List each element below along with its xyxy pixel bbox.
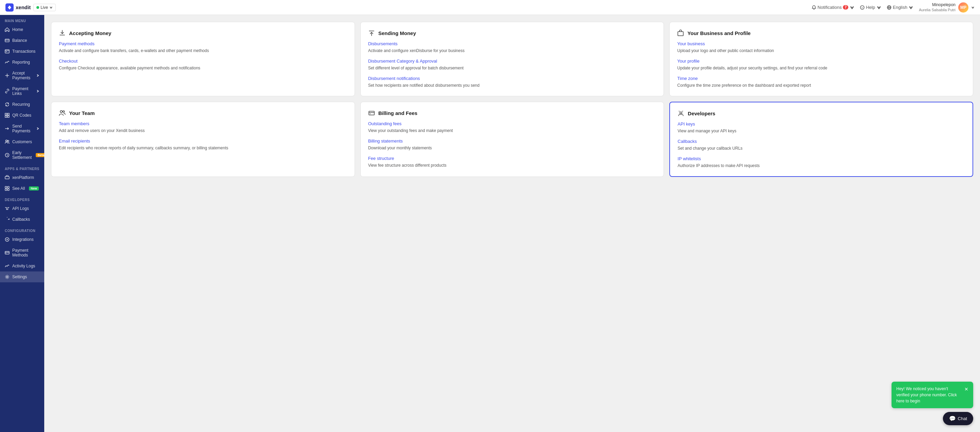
reporting-icon <box>5 60 10 65</box>
disbursement-notifications-link[interactable]: Disbursement notifications <box>368 76 656 81</box>
chevron-right-icon <box>36 74 40 77</box>
time-zone-link[interactable]: Time zone <box>677 76 966 81</box>
billing-statements-link[interactable]: Billing statements <box>368 138 656 143</box>
qr-icon <box>5 113 10 118</box>
developers-icon <box>678 110 684 117</box>
topnav: xendit Live Notifications 7 ? Help Engli… <box>0 0 980 15</box>
sidebar-item-label: xenPlatform <box>12 175 34 180</box>
notifications-label: Notifications <box>818 5 842 10</box>
team-icon <box>59 110 66 116</box>
customers-icon <box>5 140 10 144</box>
sidebar-item-early-settlement[interactable]: Early Settlement Beta <box>0 147 44 163</box>
payment-methods-link[interactable]: Payment methods <box>59 41 347 46</box>
disbursements-link[interactable]: Disbursements <box>368 41 656 46</box>
sidebar-item-label: Integrations <box>12 237 34 242</box>
sidebar-item-label: Balance <box>12 38 27 43</box>
chat-label: Chat <box>958 416 967 421</box>
svg-point-32 <box>370 114 371 114</box>
sidebar-item-transactions[interactable]: Transactions <box>0 46 44 57</box>
payment-methods-icon <box>5 250 10 255</box>
language-button[interactable]: English <box>887 5 914 10</box>
sidebar-item-settings[interactable]: Settings <box>0 272 44 282</box>
sidebar-item-recurring[interactable]: Recurring <box>0 99 44 110</box>
disbursement-category-link[interactable]: Disbursement Category & Approval <box>368 59 656 64</box>
activity-logs-icon <box>5 264 10 268</box>
notifications-count: 7 <box>843 5 848 10</box>
sidebar-item-label: API Logs <box>12 206 29 211</box>
sidebar-item-customers[interactable]: Customers <box>0 137 44 147</box>
card-developers: Developers API keys View and manage your… <box>669 102 973 177</box>
layout: MAIN MENU Home Balance Transactions Repo… <box>0 15 980 432</box>
download-icon <box>59 30 66 37</box>
payment-links-icon <box>5 89 10 94</box>
fee-structure-link[interactable]: Fee structure <box>368 156 656 161</box>
your-business-link[interactable]: Your business <box>677 41 966 46</box>
logo-icon <box>5 3 14 11</box>
card-title: Developers <box>688 111 715 116</box>
sidebar-item-api-logs[interactable]: API Logs <box>0 203 44 214</box>
card-accepting-money: Accepting Money Payment methods Activate… <box>51 22 355 96</box>
svg-rect-27 <box>678 32 683 36</box>
card-header: Billing and Fees <box>368 110 656 116</box>
sidebar-item-qr-codes[interactable]: QR Codes <box>0 110 44 121</box>
user-name: Minopelepon <box>919 2 956 8</box>
svg-rect-23 <box>5 251 9 254</box>
configuration-label: CONFIGURATION <box>0 225 44 234</box>
card-section: Email recipients Edit recipients who rec… <box>59 138 347 151</box>
svg-rect-10 <box>5 113 7 115</box>
card-section-api-keys: API keys View and manage your API keys <box>678 121 965 134</box>
logo[interactable]: xendit <box>5 3 30 11</box>
sidebar-item-label: Transactions <box>12 49 35 54</box>
notifications-button[interactable]: Notifications 7 <box>811 5 854 10</box>
svg-point-15 <box>8 140 9 142</box>
sidebar-item-label: QR Codes <box>12 113 31 118</box>
main-menu-label: MAIN MENU <box>0 15 44 24</box>
sidebar-item-activity-logs[interactable]: Activity Logs <box>0 260 44 272</box>
help-button[interactable]: ? Help <box>860 5 881 10</box>
card-section: Billing statements Download your monthly… <box>368 138 656 151</box>
card-desc: Authorize IP addresses to make API reque… <box>678 163 965 169</box>
api-logs-icon <box>5 206 10 211</box>
svg-rect-12 <box>5 116 7 118</box>
checkout-link[interactable]: Checkout <box>59 59 347 64</box>
chat-button[interactable]: 💬 Chat <box>943 412 973 425</box>
card-header: Sending Money <box>368 30 656 37</box>
svg-point-33 <box>680 112 682 114</box>
sidebar-item-xenplatform[interactable]: xenPlatform <box>0 172 44 183</box>
team-members-link[interactable]: Team members <box>59 121 347 126</box>
svg-point-26 <box>6 276 8 278</box>
toast-notification[interactable]: Hey! We noticed you haven't verified you… <box>891 382 973 408</box>
sidebar-item-payment-methods-config[interactable]: Payment Methods <box>0 245 44 260</box>
user-info[interactable]: Minopelepon Aurelia Salsabila Putri MP <box>919 2 975 13</box>
sidebar-item-see-all[interactable]: See All New <box>0 183 44 194</box>
sidebar-item-balance[interactable]: Balance <box>0 35 44 46</box>
your-profile-link[interactable]: Your profile <box>677 59 966 64</box>
sidebar-item-reporting[interactable]: Reporting <box>0 57 44 68</box>
sidebar-item-accept-payments[interactable]: Accept Payments <box>0 68 44 83</box>
sidebar-item-home[interactable]: Home <box>0 24 44 35</box>
sidebar-item-callbacks[interactable]: Callbacks <box>0 214 44 225</box>
sidebar-item-label: Accept Payments <box>12 71 33 80</box>
toast-close-button[interactable]: ✕ <box>964 386 969 393</box>
sidebar-item-label: Early Settlement <box>12 150 32 160</box>
sidebar-item-label: Callbacks <box>12 217 30 222</box>
callbacks-icon <box>5 217 10 222</box>
card-desc: Update your profile details, adjust your… <box>677 65 966 71</box>
env-badge[interactable]: Live <box>33 4 56 11</box>
sidebar-item-send-payments[interactable]: Send Payments <box>0 121 44 137</box>
svg-rect-7 <box>5 50 9 53</box>
cards-grid: Accepting Money Payment methods Activate… <box>51 22 973 177</box>
sidebar-item-integrations[interactable]: Integrations <box>0 234 44 245</box>
settings-icon <box>5 275 10 279</box>
chat-bubble-icon: 💬 <box>949 415 956 422</box>
sidebar-item-label: Reporting <box>12 60 30 65</box>
ip-whitelists-link[interactable]: IP whitelists <box>678 156 965 161</box>
callbacks-link[interactable]: Callbacks <box>678 139 965 144</box>
recurring-icon <box>5 102 10 107</box>
api-keys-link[interactable]: API keys <box>678 121 965 127</box>
sidebar-item-payment-links[interactable]: Payment Links <box>0 83 44 99</box>
platform-icon <box>5 175 10 180</box>
outstanding-fees-link[interactable]: Outstanding fees <box>368 121 656 126</box>
email-recipients-link[interactable]: Email recipients <box>59 138 347 143</box>
svg-rect-30 <box>369 111 374 115</box>
